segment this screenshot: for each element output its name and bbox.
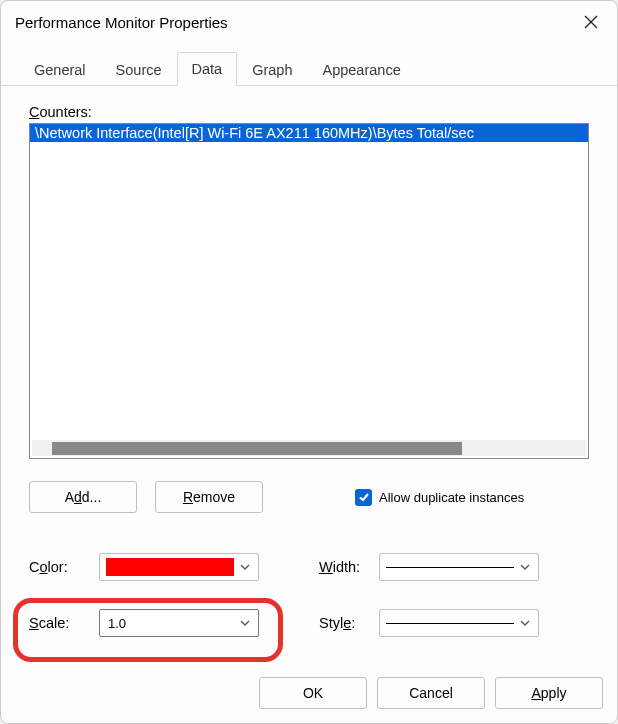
tab-appearance[interactable]: Appearance	[308, 53, 416, 86]
color-swatch	[106, 558, 234, 576]
scale-value: 1.0	[106, 616, 240, 631]
window-title: Performance Monitor Properties	[15, 14, 228, 31]
add-button[interactable]: Add...	[29, 481, 137, 513]
remove-button[interactable]: Remove	[155, 481, 263, 513]
horizontal-scrollbar[interactable]	[32, 440, 586, 456]
tab-body-data: Counters: \Network Interface(Intel[R] Wi…	[1, 86, 617, 667]
width-label: Width:	[319, 559, 379, 575]
close-icon	[584, 15, 598, 29]
chevron-down-icon	[240, 618, 250, 628]
check-icon	[358, 491, 370, 503]
tab-graph[interactable]: Graph	[237, 53, 307, 86]
color-select[interactable]	[99, 553, 259, 581]
titlebar: Performance Monitor Properties	[1, 1, 617, 43]
allow-duplicates-label: Allow duplicate instances	[379, 490, 524, 505]
close-button[interactable]	[579, 10, 603, 34]
color-label: Color:	[29, 559, 99, 575]
dialog-footer: OK Cancel Apply	[1, 667, 617, 723]
apply-button[interactable]: Apply	[495, 677, 603, 709]
scale-label: Scale:	[29, 615, 99, 631]
scale-select[interactable]: 1.0	[99, 609, 259, 637]
chevron-down-icon	[520, 562, 530, 572]
chevron-down-icon	[520, 618, 530, 628]
cancel-button[interactable]: Cancel	[377, 677, 485, 709]
tab-general[interactable]: General	[19, 53, 101, 86]
tab-data[interactable]: Data	[177, 52, 238, 86]
allow-duplicates-checkbox[interactable]: Allow duplicate instances	[355, 489, 524, 506]
counters-listbox[interactable]: \Network Interface(Intel[R] Wi-Fi 6E AX2…	[29, 123, 589, 459]
counter-list-item[interactable]: \Network Interface(Intel[R] Wi-Fi 6E AX2…	[30, 124, 588, 142]
chevron-down-icon	[240, 562, 250, 572]
ok-button[interactable]: OK	[259, 677, 367, 709]
counters-label: Counters:	[29, 104, 589, 120]
dialog-window: Performance Monitor Properties General S…	[0, 0, 618, 724]
width-select[interactable]	[379, 553, 539, 581]
counter-buttons-row: Add... Remove Allow duplicate instances	[29, 481, 589, 513]
style-line-sample	[386, 623, 514, 624]
fields-grid: Color: Width: Scale: 1.0 Style:	[29, 553, 589, 637]
checkbox-box	[355, 489, 372, 506]
width-line-sample	[386, 567, 514, 568]
style-select[interactable]	[379, 609, 539, 637]
tab-source[interactable]: Source	[101, 53, 177, 86]
style-label: Style:	[319, 615, 379, 631]
tab-bar: General Source Data Graph Appearance	[1, 43, 617, 86]
scrollbar-thumb[interactable]	[52, 442, 462, 455]
